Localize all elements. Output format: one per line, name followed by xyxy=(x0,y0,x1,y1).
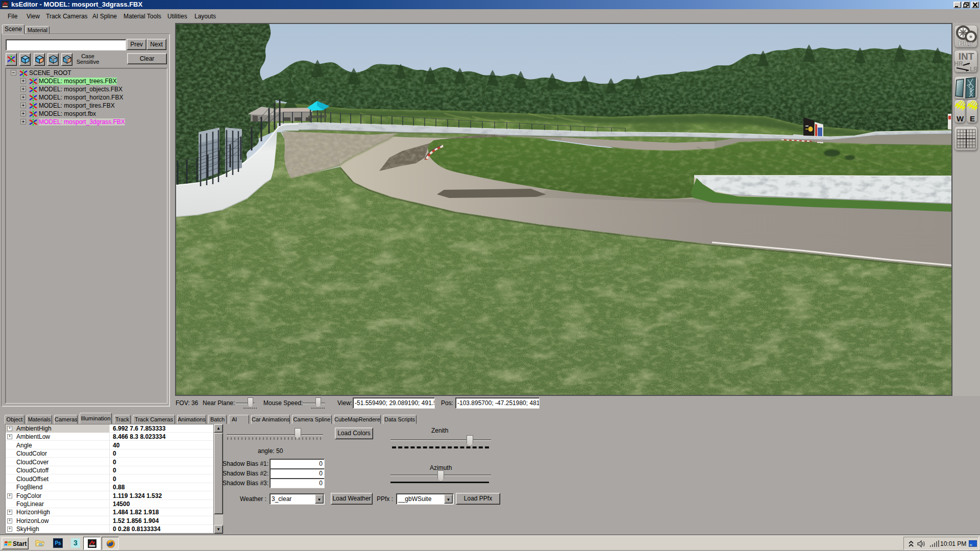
svg-text:Blur: Blur xyxy=(959,39,973,47)
svg-text:S: S xyxy=(51,56,55,62)
svg-text:LR: LR xyxy=(970,66,978,73)
svg-text:S: S xyxy=(65,56,68,62)
svg-text:W: W xyxy=(957,114,964,123)
svg-text:E: E xyxy=(970,114,975,123)
svg-text:HR: HR xyxy=(954,60,963,67)
